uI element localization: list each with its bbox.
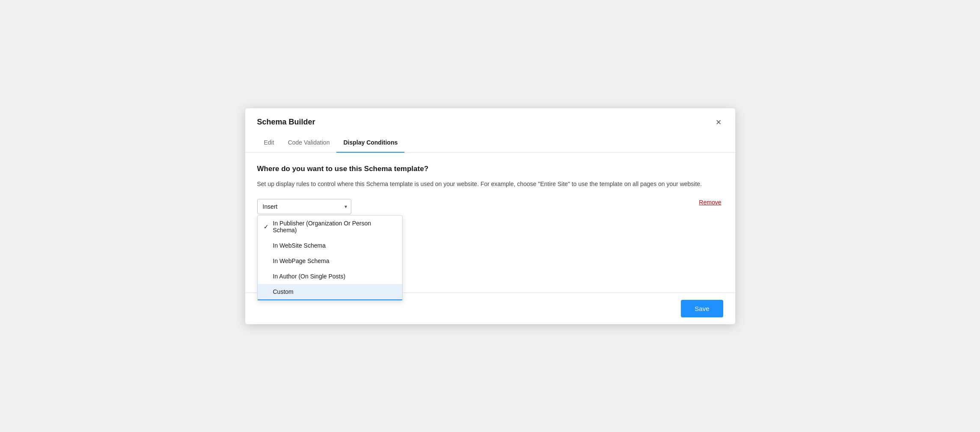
tab-code-validation[interactable]: Code Validation bbox=[281, 133, 337, 153]
condition-row: Insert ▾ In Publisher (Organization Or P… bbox=[257, 199, 723, 214]
save-button[interactable]: Save bbox=[681, 300, 723, 317]
dropdown-item-website[interactable]: In WebSite Schema bbox=[258, 238, 402, 253]
tab-edit[interactable]: Edit bbox=[257, 133, 281, 153]
tabs-container: Edit Code Validation Display Conditions bbox=[245, 133, 735, 153]
dropdown-item-webpage[interactable]: In WebPage Schema bbox=[258, 253, 402, 269]
close-button[interactable]: × bbox=[714, 116, 723, 129]
dropdown-item-publisher[interactable]: In Publisher (Organization Or Person Sch… bbox=[258, 216, 402, 238]
tab-display-conditions[interactable]: Display Conditions bbox=[336, 133, 404, 153]
modal-body: Where do you want to use this Schema tem… bbox=[245, 153, 735, 293]
modal-title: Schema Builder bbox=[257, 118, 315, 127]
dropdown-item-custom[interactable]: Custom bbox=[258, 284, 402, 300]
insert-dropdown-menu: In Publisher (Organization Or Person Sch… bbox=[257, 215, 403, 301]
remove-button[interactable]: Remove bbox=[699, 199, 723, 206]
modal-header: Schema Builder × bbox=[245, 108, 735, 129]
schema-builder-modal: Schema Builder × Edit Code Validation Di… bbox=[245, 108, 735, 324]
insert-select[interactable]: Insert bbox=[257, 199, 351, 214]
insert-select-wrapper: Insert ▾ In Publisher (Organization Or P… bbox=[257, 199, 351, 214]
section-description: Set up display rules to control where th… bbox=[257, 179, 723, 189]
dropdown-item-author[interactable]: In Author (On Single Posts) bbox=[258, 269, 402, 284]
section-title: Where do you want to use this Schema tem… bbox=[257, 165, 723, 173]
